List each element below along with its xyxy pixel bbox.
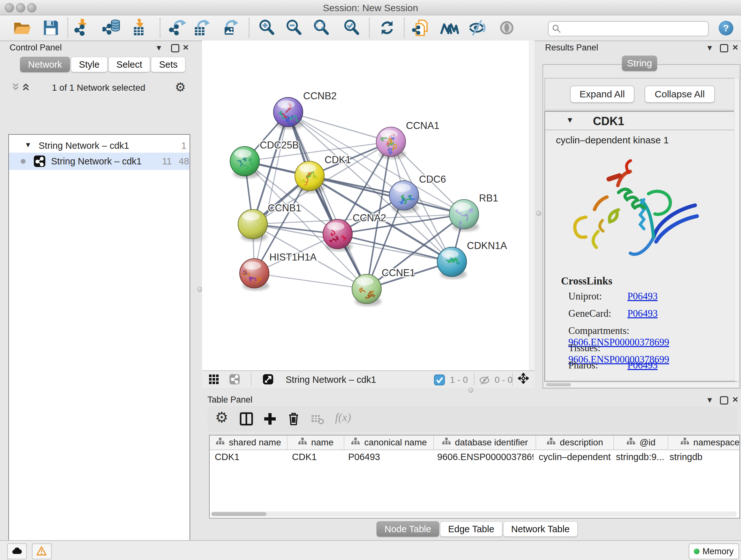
window-title: Session: New Session bbox=[0, 3, 741, 13]
results-vertical-scrollbar[interactable] bbox=[734, 78, 740, 381]
show-columns-icon[interactable] bbox=[239, 411, 254, 427]
crosslink-label: Uniprot: bbox=[568, 291, 627, 302]
crosslink-value-link[interactable]: P06493 bbox=[627, 291, 658, 302]
memory-button[interactable]: Memory bbox=[689, 543, 739, 559]
crosslink-label: Compartments: bbox=[568, 325, 627, 336]
column-header-canonical-name[interactable]: canonical name bbox=[344, 435, 434, 449]
tab-node-table[interactable]: Node Table bbox=[377, 521, 439, 537]
open-session-button[interactable] bbox=[12, 18, 31, 37]
first-neighbors-button[interactable] bbox=[440, 18, 459, 37]
control-panel-close-icon[interactable]: ✕ bbox=[183, 43, 189, 52]
column-header-database-identifier[interactable]: database identifier bbox=[434, 435, 536, 449]
network-canvas[interactable]: CCNB2CCNA1CDC25BCDK1CDC6RB1CCNB1CCNA2CDK… bbox=[202, 41, 535, 370]
results-panel-collapse-icon[interactable]: ▼ bbox=[706, 44, 714, 52]
scrollbar-thumb[interactable] bbox=[212, 512, 266, 516]
zoom-in-button[interactable] bbox=[257, 18, 276, 37]
tab-style[interactable]: Style bbox=[71, 57, 107, 72]
crosslinks-list: Uniprot:P06493GeneCard:P06493Compartment… bbox=[568, 291, 728, 377]
crosslink-label: GeneCard: bbox=[568, 308, 627, 319]
create-column-plus-icon[interactable] bbox=[262, 411, 278, 427]
pan-crosshair-icon[interactable] bbox=[518, 373, 531, 386]
network-node-RB1[interactable]: RB1 bbox=[449, 192, 498, 232]
column-header-name[interactable]: name bbox=[287, 435, 344, 449]
horizontal-splitter[interactable] bbox=[202, 387, 535, 393]
results-horizontal-scrollbar[interactable] bbox=[544, 382, 739, 388]
tab-string[interactable]: String bbox=[622, 56, 657, 71]
help-button[interactable]: ? bbox=[719, 21, 733, 36]
splitter-handle[interactable] bbox=[468, 388, 473, 393]
network-node-CDKN1A[interactable]: CDKN1A bbox=[437, 240, 507, 279]
results-panel-close-icon[interactable]: ✕ bbox=[732, 43, 738, 52]
column-header-description[interactable]: description bbox=[536, 435, 614, 449]
vertical-splitter-left[interactable] bbox=[197, 41, 202, 540]
control-panel-collapse-icon[interactable]: ▼ bbox=[155, 44, 163, 52]
toolbar-separator bbox=[404, 18, 405, 38]
table-options-gear-icon[interactable]: ⚙ bbox=[215, 409, 228, 426]
show-all-button[interactable] bbox=[497, 18, 516, 37]
table-panel-close-icon[interactable]: ✕ bbox=[732, 395, 738, 404]
cloud-button[interactable] bbox=[7, 543, 27, 559]
scrollbar-thumb[interactable] bbox=[546, 383, 571, 386]
network-edge-CCNE1-HIST1H1A[interactable] bbox=[254, 273, 367, 289]
network-node-CCNA1[interactable]: CCNA1 bbox=[376, 120, 440, 159]
network-node-HIST1H1A[interactable]: HIST1H1A bbox=[240, 252, 317, 291]
import-table-button[interactable] bbox=[131, 18, 150, 37]
search-input[interactable] bbox=[564, 23, 705, 34]
tab-network-table[interactable]: Network Table bbox=[503, 521, 578, 537]
hide-selected-button[interactable] bbox=[467, 18, 486, 37]
network-row-selected[interactable]: String Network – cdk1 11 48 bbox=[9, 152, 190, 170]
column-header-id[interactable]: @id bbox=[614, 435, 668, 449]
splitter-handle[interactable] bbox=[536, 211, 541, 216]
column-header-shared-name[interactable]: shared name bbox=[210, 435, 287, 449]
network-vertical-scrollbar[interactable] bbox=[529, 41, 535, 370]
export-image-button[interactable] bbox=[220, 18, 240, 37]
import-network-database-button[interactable] bbox=[103, 18, 122, 37]
zoom-selected-button[interactable] bbox=[342, 18, 361, 37]
tab-sets[interactable]: Sets bbox=[151, 57, 185, 72]
network-edge-CCNB2-HIST1H1A[interactable] bbox=[254, 112, 288, 273]
protein-description: cyclin–dependent kinase 1 bbox=[556, 135, 669, 145]
save-session-button[interactable] bbox=[41, 18, 60, 37]
delete-column-trash-icon[interactable] bbox=[286, 411, 301, 427]
cloud-icon bbox=[11, 546, 22, 556]
table-horizontal-scrollbar[interactable] bbox=[210, 511, 737, 516]
warnings-button[interactable] bbox=[32, 543, 52, 559]
table-row[interactable]: CDK1CDK1P064939606.ENSP00000378699cyclin… bbox=[210, 450, 739, 463]
new-network-from-selection-button[interactable] bbox=[412, 18, 431, 37]
string-style-icon[interactable] bbox=[229, 374, 240, 385]
apply-layout-button[interactable] bbox=[378, 18, 397, 37]
crosslink-value-link[interactable]: P06493 bbox=[627, 360, 658, 371]
expand-all-button[interactable]: Expand All bbox=[570, 85, 634, 103]
network-node-CDC6[interactable]: CDC6 bbox=[389, 174, 446, 212]
import-network-file-button[interactable] bbox=[73, 18, 92, 37]
splitter-handle[interactable] bbox=[197, 287, 202, 292]
table-panel-collapse-icon[interactable]: ▼ bbox=[706, 395, 714, 405]
table-panel-float-icon[interactable] bbox=[720, 396, 728, 405]
protein-card-header[interactable]: ▼ CDK1 bbox=[545, 112, 736, 130]
network-collection-row[interactable]: ▼ String Network – cdk1 1 bbox=[9, 138, 190, 152]
crosslink-row: Pharos:P06493 bbox=[568, 360, 728, 377]
footer-separator bbox=[512, 373, 513, 386]
protein-collapse-icon[interactable]: ▼ bbox=[566, 116, 574, 125]
export-table-button[interactable] bbox=[192, 18, 211, 37]
control-panel-float-icon[interactable] bbox=[171, 44, 179, 52]
tab-edge-table[interactable]: Edge Table bbox=[440, 521, 502, 537]
network-options-gear-icon[interactable]: ⚙ bbox=[175, 80, 186, 94]
crosslink-value-link[interactable]: P06493 bbox=[627, 308, 658, 319]
export-network-button[interactable] bbox=[169, 18, 188, 37]
birds-eye-view-icon[interactable] bbox=[208, 374, 219, 385]
zoom-out-button[interactable] bbox=[284, 18, 304, 37]
collapse-all-button[interactable]: Collapse All bbox=[645, 85, 715, 103]
zoom-fit-button[interactable] bbox=[312, 18, 331, 37]
column-header-namespace[interactable]: namespace bbox=[668, 435, 740, 449]
tree-expanded-icon[interactable]: ▼ bbox=[24, 138, 31, 152]
open-in-new-window-icon[interactable] bbox=[263, 374, 273, 385]
network-node-CCNE1[interactable]: CCNE1 bbox=[352, 267, 415, 306]
network-collection-count: 1 bbox=[181, 138, 186, 152]
tab-select[interactable]: Select bbox=[109, 57, 150, 72]
vertical-splitter-right[interactable] bbox=[535, 41, 542, 393]
results-panel-float-icon[interactable] bbox=[720, 44, 728, 52]
network-edge-count: 48 bbox=[179, 152, 189, 170]
selected-checkbox-icon[interactable] bbox=[434, 374, 445, 385]
tab-network[interactable]: Network bbox=[20, 57, 70, 72]
